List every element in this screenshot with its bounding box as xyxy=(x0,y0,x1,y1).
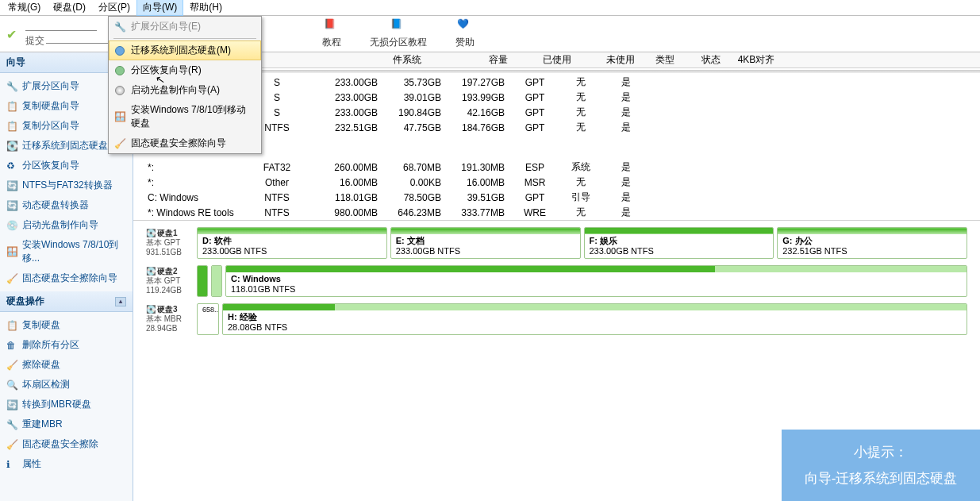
partition-d[interactable]: D: 软件233.00GB NTFS xyxy=(197,227,387,259)
cell-used: 47.75GB xyxy=(384,122,448,133)
col-align[interactable]: 4KB对齐 xyxy=(732,53,780,67)
dd-ssd-erase[interactable]: 🧹 固态硬盘安全擦除向导 xyxy=(109,133,261,153)
cell-align: 是 xyxy=(602,75,650,89)
cell-drive: *: xyxy=(146,177,241,188)
menu-disk[interactable]: 硬盘(D) xyxy=(47,0,92,16)
nav-install-windows[interactable]: 🪟安装Windows 7/8/10到移... xyxy=(0,235,133,268)
nav-partition-recovery[interactable]: ♻分区恢复向导 xyxy=(0,156,133,175)
disk-size: 931.51GB xyxy=(146,248,194,257)
op-wipe-disk[interactable]: 🧹擦除硬盘 xyxy=(0,355,133,375)
disk-green-icon xyxy=(113,64,126,77)
heart-icon: 💙 xyxy=(457,18,473,34)
table-row[interactable]: *:Other16.00MB0.00KB16.00MBMSR无是 xyxy=(146,175,980,190)
nav-boot-disc[interactable]: 💿启动光盘制作向导 xyxy=(0,215,133,235)
cell-free: 333.77MB xyxy=(448,207,511,218)
wizard-dropdown: 🔧 扩展分区向导(E) 迁移系统到固态硬盘(M) 分区恢复向导(R) 启动光盘制… xyxy=(108,16,262,154)
disk-size: 28.94GB xyxy=(146,324,194,333)
col-free[interactable]: 未使用 xyxy=(578,53,641,67)
windows-icon: 🪟 xyxy=(113,110,126,123)
disk2-group-header[interactable]: 硬盘2 (GPT) xyxy=(146,135,980,160)
cell-free: 197.27GB xyxy=(448,77,511,88)
menu-wizard[interactable]: 向导(W) xyxy=(136,0,183,16)
partition-g[interactable]: G: 办公232.51GB NTFS xyxy=(777,227,967,259)
cell-free: 191.30MB xyxy=(448,162,511,173)
nav-label: 安装Windows 7/8/10到移... xyxy=(22,238,126,265)
partition-esp[interactable] xyxy=(197,265,208,297)
op-rebuild-mbr[interactable]: 🔧重建MBR xyxy=(0,414,133,434)
nav-label: 复制分区向导 xyxy=(22,119,79,133)
menu-general[interactable]: 常规(G) xyxy=(2,0,47,16)
nav-ntfs-fat32[interactable]: 🔄NTFS与FAT32转换器 xyxy=(0,175,133,195)
info-icon: ℹ xyxy=(6,459,17,470)
table-row[interactable]: *: Windows RE toolsNTFS980.00MB646.23MB3… xyxy=(146,205,980,220)
dd-label: 扩展分区向导(E) xyxy=(131,20,201,33)
lossless-label: 无损分区教程 xyxy=(370,36,427,49)
op-bad-sector[interactable]: 🔍坏扇区检测 xyxy=(0,375,133,395)
table-row[interactable]: S233.00GB190.84GB42.16GBGPT无是 xyxy=(146,105,980,120)
dd-boot-disc[interactable]: 启动光盘制作向导(A) xyxy=(109,80,261,100)
table-row[interactable]: S233.00GB35.73GB197.27GBGPT无是 xyxy=(146,75,980,90)
col-used[interactable]: 已使用 xyxy=(514,53,578,67)
cell-drive: *: Windows RE tools xyxy=(146,207,241,218)
collapse-icon[interactable]: ▴ xyxy=(115,297,126,306)
disk-name: 硬盘3 xyxy=(157,305,178,314)
disk-map: 💽硬盘1 基本 GPT 931.51GB D: 软件233.00GB NTFS … xyxy=(133,220,980,341)
cell-align: 是 xyxy=(602,191,650,204)
dd-migrate-ssd[interactable]: 迁移系统到固态硬盘(M) xyxy=(109,40,261,60)
cell-type: GPT xyxy=(511,77,559,88)
col-status[interactable]: 状态 xyxy=(689,53,732,67)
op-ssd-secure-erase[interactable]: 🧹固态硬盘安全擦除 xyxy=(0,434,133,454)
disk-row-2: 💽硬盘2 基本 GPT 119.24GB C: Windows118.01GB … xyxy=(146,265,967,297)
op-copy-disk[interactable]: 📋复制硬盘 xyxy=(0,315,133,335)
nav-label: 扩展分区向导 xyxy=(22,79,79,93)
col-type[interactable]: 类型 xyxy=(641,53,689,67)
col-cap[interactable]: 容量 xyxy=(443,53,514,67)
dd-partition-recovery[interactable]: 分区恢复向导(R) xyxy=(109,60,261,80)
dd-extend-partition[interactable]: 🔧 扩展分区向导(E) xyxy=(109,17,261,37)
cell-status: 无 xyxy=(559,206,602,219)
cell-status: 无 xyxy=(559,106,602,119)
table-row[interactable]: C: WindowsNTFS118.01GB78.50GB39.51GBGPT引… xyxy=(146,190,980,205)
cell-free: 193.99GB xyxy=(448,92,511,103)
nav-label: 固态硬盘安全擦除向导 xyxy=(22,272,117,285)
lossless-tutorial-button[interactable]: 📘 无损分区教程 xyxy=(362,18,435,49)
op-convert-mbr[interactable]: 🔄转换到MBR硬盘 xyxy=(0,395,133,414)
disk3-info[interactable]: 💽硬盘3 基本 MBR 28.94GB xyxy=(146,303,194,335)
sponsor-label: 赞助 xyxy=(455,36,475,49)
copy-icon: 📋 xyxy=(6,320,17,331)
partition-f[interactable]: F: 娱乐233.00GB NTFS xyxy=(584,227,774,259)
partition-h[interactable]: H: 经验28.08GB NTFS xyxy=(222,303,967,335)
cell-used: 78.50GB xyxy=(384,192,448,203)
ops-header[interactable]: 硬盘操作 ▴ xyxy=(0,291,133,312)
dd-install-windows[interactable]: 🪟 安装Windows 7/8/10到移动硬盘 xyxy=(109,100,261,133)
partition-unalloc[interactable]: 658... xyxy=(197,303,219,335)
table-row[interactable]: S233.00GB39.01GB193.99GBGPT无是 xyxy=(146,90,980,105)
nav-label: 属性 xyxy=(22,457,41,471)
col-fs[interactable]: 件系统 xyxy=(371,53,443,67)
sponsor-button[interactable]: 💙 赞助 xyxy=(436,18,494,49)
menu-help[interactable]: 帮助(H) xyxy=(183,0,229,16)
op-properties[interactable]: ℹ属性 xyxy=(0,454,133,474)
disk1-info[interactable]: 💽硬盘1 基本 GPT 931.51GB xyxy=(146,227,194,259)
cell-align: 是 xyxy=(602,121,650,134)
partition-msr[interactable] xyxy=(211,265,222,297)
erase-icon: 🧹 xyxy=(113,137,126,150)
tutorial-button[interactable]: 📕 教程 xyxy=(303,18,360,49)
table-row[interactable]: G: 办公NTFS232.51GB47.75GB184.76GBGPT无是 xyxy=(146,120,980,135)
dd-label: 固态硬盘安全擦除向导 xyxy=(131,137,226,150)
cell-type: GPT xyxy=(511,92,559,103)
cell-fs: NTFS xyxy=(241,192,313,203)
gear-icon: 🔧 xyxy=(113,21,126,33)
cell-used: 0.00KB xyxy=(384,177,448,188)
nav-dynamic-disk[interactable]: 🔄动态硬盘转换器 xyxy=(0,195,133,215)
table-row[interactable]: *:FAT32260.00MB68.70MB191.30MBESP系统是 xyxy=(146,160,980,175)
partition-c[interactable]: C: Windows118.01GB NTFS xyxy=(225,265,967,297)
disk-icon: 💽 xyxy=(146,305,156,314)
nav-ssd-erase[interactable]: 🧹固态硬盘安全擦除向导 xyxy=(0,268,133,288)
op-delete-partitions[interactable]: 🗑删除所有分区 xyxy=(0,335,133,355)
disk2-info[interactable]: 💽硬盘2 基本 GPT 119.24GB xyxy=(146,265,194,297)
menu-partition[interactable]: 分区(P) xyxy=(92,0,136,16)
partition-e[interactable]: E: 文档233.00GB NTFS xyxy=(390,227,581,259)
windows-icon: 🪟 xyxy=(6,246,17,257)
nav-label: 删除所有分区 xyxy=(22,338,79,352)
